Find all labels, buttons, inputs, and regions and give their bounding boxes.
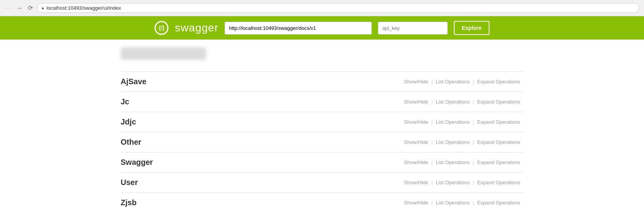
- swagger-logo-icon: {/}: [155, 21, 168, 35]
- list-operations-link[interactable]: List Operations: [433, 79, 472, 85]
- list-operations-link[interactable]: List Operations: [433, 99, 472, 105]
- api-sections-container: AjSave Show/Hide | List Operations | Exp…: [121, 71, 524, 213]
- show-hide-link[interactable]: Show/Hide: [401, 139, 431, 145]
- list-operations-link[interactable]: List Operations: [433, 119, 472, 125]
- api-section: Swagger Show/Hide | List Operations | Ex…: [121, 152, 524, 172]
- api-section-name: Jc: [121, 97, 129, 106]
- api-section-actions: Show/Hide | List Operations | Expand Ope…: [401, 119, 523, 125]
- expand-operations-link[interactable]: Expand Operations: [474, 99, 523, 105]
- blurred-title: [121, 47, 206, 60]
- show-hide-link[interactable]: Show/Hide: [401, 180, 431, 185]
- api-section-name: AjSave: [121, 77, 147, 86]
- expand-operations-link[interactable]: Expand Operations: [474, 79, 523, 85]
- show-hide-link[interactable]: Show/Hide: [401, 119, 431, 125]
- show-hide-link[interactable]: Show/Hide: [401, 99, 431, 105]
- api-section: Jdjc Show/Hide | List Operations | Expan…: [121, 112, 524, 132]
- forward-button[interactable]: →: [15, 4, 23, 12]
- list-operations-link[interactable]: List Operations: [433, 200, 472, 206]
- api-section: Other Show/Hide | List Operations | Expa…: [121, 132, 524, 152]
- api-section-actions: Show/Hide | List Operations | Expand Ope…: [401, 180, 523, 185]
- lock-icon: ●: [41, 5, 44, 11]
- address-text: localhost:10493/swagger/ui/index: [46, 5, 121, 11]
- swagger-url-input[interactable]: [225, 22, 372, 35]
- expand-operations-link[interactable]: Expand Operations: [474, 119, 523, 125]
- api-section-actions: Show/Hide | List Operations | Expand Ope…: [401, 159, 523, 165]
- expand-operations-link[interactable]: Expand Operations: [474, 200, 523, 206]
- browser-chrome: ← → ⟳ ● localhost:10493/swagger/ui/index: [0, 0, 644, 16]
- api-section-name: Jdjc: [121, 118, 136, 126]
- api-section-name: Swagger: [121, 158, 153, 167]
- list-operations-link[interactable]: List Operations: [433, 159, 472, 165]
- show-hide-link[interactable]: Show/Hide: [401, 200, 431, 206]
- back-button[interactable]: ←: [5, 4, 12, 12]
- show-hide-link[interactable]: Show/Hide: [401, 79, 431, 85]
- expand-operations-link[interactable]: Expand Operations: [474, 180, 523, 185]
- api-section-actions: Show/Hide | List Operations | Expand Ope…: [401, 99, 523, 105]
- list-operations-link[interactable]: List Operations: [433, 180, 472, 185]
- api-section-actions: Show/Hide | List Operations | Expand Ope…: [401, 79, 523, 85]
- api-section-actions: Show/Hide | List Operations | Expand Ope…: [401, 200, 523, 206]
- api-section-name: Other: [121, 138, 141, 147]
- main-content: AjSave Show/Hide | List Operations | Exp…: [109, 40, 535, 218]
- show-hide-link[interactable]: Show/Hide: [401, 159, 431, 165]
- swagger-apikey-input[interactable]: [378, 22, 448, 35]
- explore-button[interactable]: Explore: [454, 21, 489, 35]
- api-section: AjSave Show/Hide | List Operations | Exp…: [121, 71, 524, 92]
- api-section-actions: Show/Hide | List Operations | Expand Ope…: [401, 139, 523, 145]
- expand-operations-link[interactable]: Expand Operations: [474, 159, 523, 165]
- expand-operations-link[interactable]: Expand Operations: [474, 139, 523, 145]
- api-section-name: Zjsb: [121, 198, 137, 207]
- api-section: Jc Show/Hide | List Operations | Expand …: [121, 92, 524, 112]
- reload-button[interactable]: ⟳: [26, 4, 34, 12]
- api-section: Zjsb Show/Hide | List Operations | Expan…: [121, 192, 524, 213]
- swagger-logo-text: swagger: [175, 22, 218, 34]
- address-bar: ● localhost:10493/swagger/ui/index: [37, 3, 639, 13]
- api-section-name: User: [121, 178, 138, 187]
- swagger-header: {/} swagger Explore: [0, 16, 644, 40]
- list-operations-link[interactable]: List Operations: [433, 139, 472, 145]
- api-section: User Show/Hide | List Operations | Expan…: [121, 172, 524, 192]
